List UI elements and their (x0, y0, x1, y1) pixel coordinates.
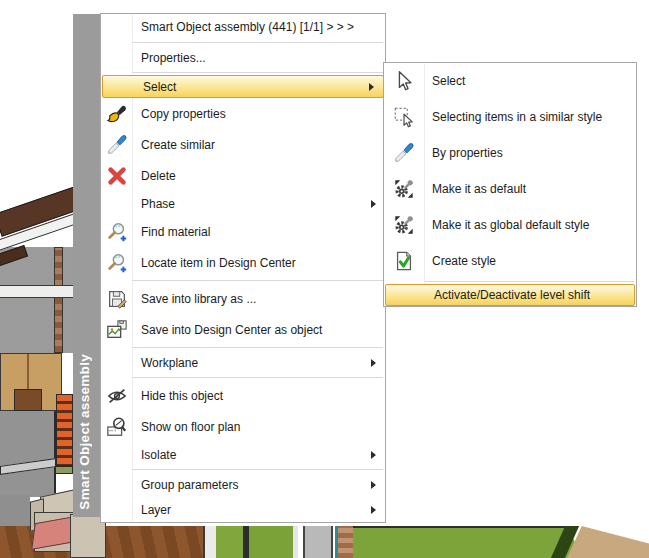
scene-door-frame (203, 526, 216, 558)
menu-item-layer[interactable]: Layer (101, 497, 385, 522)
submenu-item-create-style[interactable]: Create style (384, 243, 636, 279)
submenu-item-make-it-as-global-default-style[interactable]: Make it as global default style (384, 207, 636, 243)
menu-item-label: Activate/Deactivate level shift (426, 288, 590, 302)
cursor-icon (384, 70, 424, 92)
scene-glass-door (249, 526, 298, 558)
submenu-arrow-icon (371, 359, 376, 367)
scene-brick-trim (54, 247, 63, 353)
submenu-item-selecting-similar-style[interactable]: Selecting items in a similar style (384, 99, 636, 135)
menu-item-label: By properties (424, 146, 503, 160)
scene-terrain (353, 526, 649, 558)
menu-item-label: Group parameters (132, 478, 238, 492)
menu-separator (132, 280, 383, 281)
menu-item-label: Hide this object (132, 389, 223, 403)
menu-item-label: Workplane (132, 356, 198, 370)
scene-brick-column (335, 526, 353, 558)
menu-item-find-material[interactable]: Find material (101, 216, 385, 247)
menu-item-isolate[interactable]: Isolate (101, 442, 385, 467)
menu-item-label: Smart Object assembly (441) [1/1] > > > (132, 20, 354, 34)
menu-separator (132, 72, 383, 73)
scene-wall-step (0, 411, 56, 497)
scene-wall-post (303, 526, 333, 558)
marquee-cursor-icon (384, 106, 424, 128)
submenu-item-make-it-as-default[interactable]: Make it as default (384, 171, 636, 207)
scene-slab-band (0, 285, 73, 298)
menu-separator (132, 469, 383, 470)
menu-item-save-into-design-center[interactable]: Save into Design Center as object (101, 314, 385, 345)
scene-cabinet-door (14, 389, 42, 411)
scene-grass (353, 526, 583, 558)
menu-item-label: Create similar (132, 138, 215, 152)
menu-item-workplane[interactable]: Workplane (101, 350, 385, 375)
menu-separator (132, 377, 383, 378)
menu-item-label: Phase (132, 197, 175, 211)
submenu-item-activate-deactivate-level-shift[interactable]: Activate/Deactivate level shift (385, 284, 635, 306)
scene-soil (567, 526, 649, 558)
menu-item-label: Select (424, 74, 465, 88)
menu-item-label: Selecting items in a similar style (424, 110, 602, 124)
menu-item-label: Isolate (132, 448, 176, 462)
eyedropper-icon (101, 134, 132, 156)
menu-separator (132, 42, 383, 43)
menu-separator (132, 347, 383, 348)
floppy-pencil-icon (101, 288, 132, 310)
menu-item-label: Save into Design Center as object (132, 323, 322, 337)
menu-item-show-on-floor-plan[interactable]: Show on floor plan (101, 411, 385, 442)
paintbrush-icon (101, 103, 132, 125)
magnifier-plan-icon (101, 416, 132, 438)
scene-drawer-stack (56, 394, 73, 466)
menu-item-group-parameters[interactable]: Group parameters (101, 472, 385, 497)
eye-slash-icon (101, 385, 132, 407)
submenu-arrow-icon (371, 481, 376, 489)
menu-item-label: Layer (132, 503, 171, 517)
delete-x-icon (101, 165, 132, 187)
context-menu-title-tab: Smart Object assembly (73, 14, 100, 517)
submenu-arrow-icon (371, 506, 376, 514)
magnifier-plus-icon (101, 252, 132, 274)
gear-wrench-icon (384, 214, 424, 236)
screenshot-root: { "theme": { "menu_bg": "#ffffff", "menu… (0, 0, 649, 558)
menu-separator (425, 281, 634, 282)
menu-item-hide-this-object[interactable]: Hide this object (101, 380, 385, 411)
menu-item-label: Find material (132, 225, 210, 239)
menu-item-label: Make it as default (424, 182, 526, 196)
menu-item-delete[interactable]: Delete (101, 160, 385, 191)
menu-item-label: Locate item in Design Center (132, 256, 296, 270)
submenu-item-by-properties[interactable]: By properties (384, 135, 636, 171)
menu-item-label: Copy properties (132, 107, 226, 121)
scene-wall-low (0, 495, 30, 530)
eyedropper-icon (384, 142, 424, 164)
context-menu-title: Smart Object assembly (77, 354, 92, 510)
menu-item-create-similar[interactable]: Create similar (101, 129, 385, 160)
submenu-arrow-icon (371, 451, 376, 459)
context-menu: Smart Object assembly (441) [1/1] > > > … (100, 13, 386, 523)
submenu-arrow-icon (371, 200, 376, 208)
gear-wrench-icon (384, 178, 424, 200)
menu-item-label: Delete (132, 169, 176, 183)
scene-grass-edge-top (353, 526, 568, 528)
menu-item-phase[interactable]: Phase (101, 191, 385, 216)
menu-item-save-into-library[interactable]: Save into library as ... (101, 283, 385, 314)
menu-item-properties[interactable]: Properties... (101, 45, 385, 70)
menu-item-label: Make it as global default style (424, 218, 589, 232)
page-check-icon (384, 250, 424, 272)
menu-item-copy-properties[interactable]: Copy properties (101, 98, 385, 129)
menu-item-locate-item-in-design-center[interactable]: Locate item in Design Center (101, 247, 385, 278)
scene-shelf (54, 466, 73, 474)
scene-glass-door (216, 526, 243, 558)
image-floppy-icon (101, 319, 132, 341)
menu-item-label: Save into library as ... (132, 292, 256, 306)
menu-item-label: Properties... (132, 51, 206, 65)
menu-item-select[interactable]: Select (102, 75, 384, 98)
submenu-item-select[interactable]: Select (384, 63, 636, 99)
menu-item-label: Select (134, 80, 176, 94)
menu-item-smart-object-assembly-header[interactable]: Smart Object assembly (441) [1/1] > > > (101, 14, 385, 40)
select-submenu: Select Selecting items in a similar styl… (383, 62, 637, 307)
submenu-arrow-icon (369, 83, 374, 91)
menu-item-label: Create style (424, 254, 496, 268)
menu-item-label: Show on floor plan (132, 420, 240, 434)
magnifier-plus-icon (101, 221, 132, 243)
